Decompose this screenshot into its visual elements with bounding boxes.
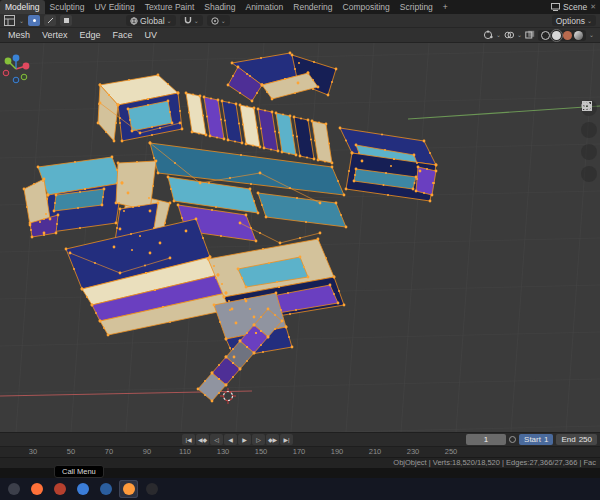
globe-icon (130, 17, 138, 25)
camera-view-button[interactable] (581, 144, 597, 160)
pan-button[interactable] (581, 122, 597, 138)
timeline-header: |◀ ◀◆ ◁ ◀ ▶ ▷ ◆▶ ▶| 1 Start 1 End 250 (0, 432, 600, 446)
proportional-edit-icon (211, 17, 219, 25)
tab-scripting[interactable]: Scripting (395, 0, 438, 14)
editor-type-icon[interactable] (4, 15, 15, 26)
frame-start-field[interactable]: Start 1 (519, 434, 553, 445)
tab-texture-paint[interactable]: Texture Paint (140, 0, 200, 14)
menu-mesh[interactable]: Mesh (2, 28, 36, 43)
gizmo-toggle-icon[interactable] (483, 30, 493, 40)
proportional-editing-dropdown[interactable]: ⌄ (207, 15, 230, 26)
play-button[interactable]: ▷ (252, 434, 265, 445)
jump-to-end-button[interactable]: ▶| (280, 434, 293, 445)
ortho-toggle-button[interactable] (581, 166, 597, 182)
shading-mode-group (538, 30, 586, 41)
playback-controls: |◀ ◀◆ ◁ ◀ ▶ ▷ ◆▶ ▶| (182, 434, 293, 445)
solid-shading-button[interactable] (552, 31, 561, 40)
edge-select-button[interactable] (44, 15, 56, 26)
taskbar (0, 478, 600, 500)
current-frame-field[interactable]: 1 (466, 434, 506, 445)
play-reverse-button[interactable]: ◁ (210, 434, 223, 445)
start-label: Start (524, 435, 541, 444)
menu-bar: Mesh Vertex Edge Face UV ⌄ ⌄ ⌄ (0, 28, 600, 43)
tab-rendering[interactable]: Rendering (288, 0, 337, 14)
blender-icon (123, 483, 135, 495)
dark-app-icon (146, 483, 158, 495)
next-keyframe-button[interactable]: ◆▶ (266, 434, 279, 445)
vertex-select-button[interactable] (28, 15, 40, 26)
end-label: End (561, 435, 575, 444)
face-select-button[interactable] (60, 15, 72, 26)
scene-selector[interactable]: Scene (563, 2, 587, 12)
screen: { "topbar": { "tabs": [ {"label": "Model… (0, 0, 600, 500)
magnet-icon (184, 16, 192, 25)
tab-modeling[interactable]: Modeling (0, 0, 45, 14)
chevron-down-icon: ⌄ (194, 18, 199, 24)
tool-header: ⌄ Global ⌄ ⌄ ⌄ Options ⌄ (0, 14, 600, 28)
taskbar-app-firefox[interactable] (27, 480, 46, 498)
next-frame-button[interactable]: ▶ (238, 434, 251, 445)
material-shading-button[interactable] (563, 31, 572, 40)
cursor-3d (220, 388, 236, 404)
vscode-icon (100, 483, 112, 495)
snap-dropdown[interactable]: ⌄ (180, 15, 203, 26)
menu-edge[interactable]: Edge (74, 28, 107, 43)
navigation-gizmo[interactable] (0, 53, 32, 85)
auto-key-icon[interactable] (509, 436, 516, 443)
prev-keyframe-button[interactable]: ◀◆ (196, 434, 209, 445)
taskbar-app-vscode[interactable] (96, 480, 115, 498)
vertex-icon (31, 17, 38, 24)
jump-to-start-button[interactable]: |◀ (182, 434, 195, 445)
call-menu-tooltip: Call Menu (54, 465, 104, 478)
menu-uv[interactable]: UV (139, 28, 164, 43)
options-label: Options (556, 16, 585, 26)
add-workspace-button[interactable]: + (438, 0, 453, 14)
grid-ortho-icon (581, 100, 593, 112)
chevron-down-icon[interactable]: ⌄ (517, 32, 522, 38)
mesh-statistics: ObjObject | Verts:18,520/18,520 | Edges:… (393, 458, 596, 467)
window-app-icon (8, 483, 20, 495)
chevron-down-icon: ⌄ (167, 18, 172, 24)
chevron-down-icon: ⌄ (19, 18, 24, 24)
scene-unlink-icon[interactable]: ✕ (590, 3, 596, 11)
browser-icon (54, 483, 66, 495)
chevron-down-icon: ⌄ (221, 18, 226, 24)
menu-vertex[interactable]: Vertex (36, 28, 74, 43)
wireframe-shading-button[interactable] (541, 31, 550, 40)
chevron-down-icon: ⌄ (587, 18, 592, 24)
start-value: 1 (544, 435, 548, 444)
overlays-toggle-icon[interactable] (504, 30, 514, 40)
scene-icon (551, 3, 560, 11)
tab-sculpting[interactable]: Sculpting (45, 0, 90, 14)
transform-orientation-dropdown[interactable]: Global ⌄ (126, 15, 176, 26)
viewport-3d[interactable] (0, 43, 600, 432)
frame-range-controls: 1 Start 1 End 250 (466, 434, 597, 445)
timeline-ruler[interactable]: 3050 7090 110130 150170 190210 230250 (0, 446, 600, 457)
firefox-icon (31, 483, 43, 495)
viewport-controls (581, 100, 597, 182)
face-icon (63, 17, 70, 24)
frame-end-field[interactable]: End 250 (556, 434, 597, 445)
menu-face[interactable]: Face (107, 28, 139, 43)
tab-compositing[interactable]: Compositing (338, 0, 395, 14)
tab-shading[interactable]: Shading (199, 0, 240, 14)
options-dropdown[interactable]: Options ⌄ (552, 15, 596, 26)
taskbar-app-browser[interactable] (50, 480, 69, 498)
taskbar-app-dark[interactable] (142, 480, 161, 498)
rendered-shading-button[interactable] (574, 31, 583, 40)
xray-toggle-icon[interactable] (525, 30, 535, 40)
taskbar-app-edge[interactable] (73, 480, 92, 498)
tab-animation[interactable]: Animation (240, 0, 288, 14)
edge-icon (77, 483, 89, 495)
taskbar-app-window[interactable] (4, 480, 23, 498)
end-value: 250 (579, 435, 592, 444)
mesh-canvas[interactable] (0, 43, 600, 432)
tab-uv-editing[interactable]: UV Editing (89, 0, 139, 14)
orientation-label: Global (140, 16, 165, 26)
taskbar-app-blender[interactable] (119, 480, 138, 498)
tooltip-label: Call Menu (62, 467, 96, 476)
chevron-down-icon[interactable]: ⌄ (589, 32, 594, 38)
workspace-tabs: Modeling Sculpting UV Editing Texture Pa… (0, 0, 600, 14)
prev-frame-button[interactable]: ◀ (224, 434, 237, 445)
chevron-down-icon[interactable]: ⌄ (496, 32, 501, 38)
